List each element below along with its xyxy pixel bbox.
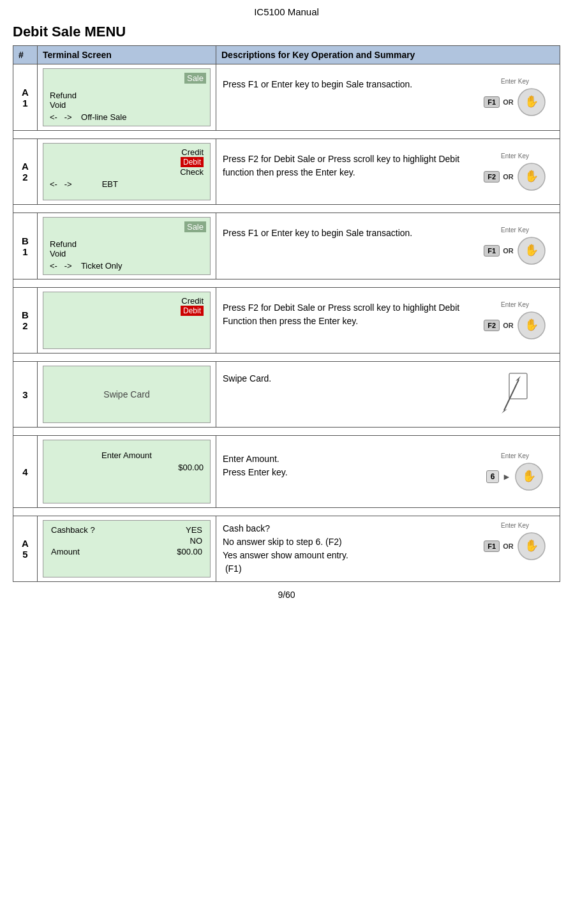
desc-text-a1: Press F1 or Enter key to begin Sale tran… xyxy=(223,78,477,91)
key-icon-a2: Enter Key F2 OR ✋ xyxy=(477,153,553,191)
desc-b2: Press F2 for Debit Sale or Press scroll … xyxy=(216,288,560,354)
enter-amount-value: $00.00 xyxy=(50,463,204,472)
desc-3: Swipe Card. xyxy=(216,362,560,428)
screen-line-refund-b1: Refund xyxy=(50,239,204,249)
sale-highlight-b1: Sale xyxy=(184,221,206,232)
main-table: # Terminal Screen Descriptions for Key O… xyxy=(13,45,560,582)
amount-label-a5: Amount xyxy=(50,546,145,557)
screen-line-refund-a1: Refund xyxy=(50,91,204,100)
table-row: A5 Cashback ? YES NO xyxy=(13,516,560,582)
svg-text:✋: ✋ xyxy=(525,243,539,257)
desc-text-b1: Press F1 or Enter key to begin Sale tran… xyxy=(223,227,477,240)
screen-b2: Credit Debit xyxy=(38,288,216,354)
screen-line-nav-b1: <- -> Ticket Only xyxy=(50,261,204,271)
col-header-num: # xyxy=(13,46,38,64)
table-row: A2 Credit Debit Check <- -> EBT Press F2… xyxy=(13,139,560,205)
credit-line-b2: Credit xyxy=(50,296,204,306)
swipe-icon-svg xyxy=(498,372,533,417)
table-row: 3 Swipe Card Swipe Card. xyxy=(13,362,560,428)
table-row: A1 Sale Refund Void <- -> Off-line Sale … xyxy=(13,64,560,131)
num6-key: 6 xyxy=(486,470,499,483)
or-label-a5: OR xyxy=(503,542,514,550)
key-icon-b1: Enter Key F1 OR ✋ xyxy=(477,227,553,265)
spacer-row xyxy=(13,279,560,288)
table-row: B1 Sale Refund Void <- -> Ticket Only Pr… xyxy=(13,213,560,279)
desc-text-4: Enter Amount.Press Enter key. xyxy=(223,452,477,479)
enter-hand-svg-4: ✋ xyxy=(514,462,544,491)
enter-hand-svg-a5: ✋ xyxy=(517,532,546,561)
amount-value-a5: $00.00 xyxy=(145,546,204,557)
f2-key-b2: F2 xyxy=(484,320,500,331)
debit-highlight-a2: Debit xyxy=(181,157,204,167)
screen-line-void-b1: Void xyxy=(50,249,204,258)
debit-highlight-b2: Debit xyxy=(181,306,204,316)
key-icon-b2: Enter Key F2 OR ✋ xyxy=(477,301,553,340)
table-row: B2 Credit Debit Press F2 for Debit Sale … xyxy=(13,288,560,354)
swipe-card-label: Swipe Card xyxy=(103,388,149,401)
desc-text-a5: Cash back?No answer skip to step 6. (F2)… xyxy=(223,522,477,576)
enter-hand-svg-a1: ✋ xyxy=(517,87,546,117)
key-icon-4: Enter Key 6 ► ✋ xyxy=(477,452,553,491)
or-label-b2: OR xyxy=(503,322,514,329)
spacer-row xyxy=(13,428,560,436)
screen-b1: Sale Refund Void <- -> Ticket Only xyxy=(38,213,216,279)
f1-key-b1: F1 xyxy=(484,245,500,257)
col-header-desc: Descriptions for Key Operation and Summa… xyxy=(216,46,560,64)
desc-a1: Press F1 or Enter key to begin Sale tran… xyxy=(216,64,560,131)
svg-text:✋: ✋ xyxy=(522,469,537,483)
screen-check-a2: Check xyxy=(50,167,204,177)
screen-3: Swipe Card xyxy=(38,362,216,428)
svg-line-9 xyxy=(504,384,517,410)
svg-text:✋: ✋ xyxy=(525,94,539,108)
screen-line-void-a1: Void xyxy=(50,100,204,110)
table-header-row: # Terminal Screen Descriptions for Key O… xyxy=(13,46,560,64)
or-label-a2: OR xyxy=(503,173,514,181)
spacer-row xyxy=(13,131,560,139)
page-title: IC5100 Manual xyxy=(13,6,560,17)
f1-key-a1: F1 xyxy=(484,96,500,108)
screen-line-nav-a1: <- -> Off-line Sale xyxy=(50,112,204,122)
enter-hand-svg-b1: ✋ xyxy=(517,236,546,265)
row-id-a5: A5 xyxy=(13,516,38,582)
enter-hand-svg-a2: ✋ xyxy=(517,162,546,191)
or-label-a1: OR xyxy=(503,98,514,106)
key-icon-a5: Enter Key F1 OR ✋ xyxy=(477,522,553,561)
row-id-b1: B1 xyxy=(13,213,38,279)
desc-text-3: Swipe Card. xyxy=(223,372,477,385)
spacer-row xyxy=(13,354,560,362)
col-header-screen: Terminal Screen xyxy=(38,46,216,64)
row-id-3: 3 xyxy=(13,362,38,428)
spacer-row xyxy=(13,205,560,213)
desc-a2: Press F2 for Debit Sale or Press scroll … xyxy=(216,139,560,205)
credit-line-a2: Credit xyxy=(50,147,204,157)
desc-text-b2: Press F2 for Debit Sale or Press scroll … xyxy=(223,301,477,328)
desc-4: Enter Amount.Press Enter key. Enter Key … xyxy=(216,436,560,508)
page-footer: 9/60 xyxy=(13,590,560,600)
svg-text:✋: ✋ xyxy=(525,539,539,553)
svg-text:✋: ✋ xyxy=(525,318,539,332)
or-label-b1: OR xyxy=(503,247,514,255)
desc-a5: Cash back?No answer skip to step 6. (F2)… xyxy=(216,516,560,582)
desc-b1: Press F1 or Enter key to begin Sale tran… xyxy=(216,213,560,279)
key-icon-a1: Enter Key F1 OR ✋ xyxy=(477,78,553,117)
f2-key-a2: F2 xyxy=(484,171,500,183)
svg-text:✋: ✋ xyxy=(525,169,539,183)
screen-a2: Credit Debit Check <- -> EBT xyxy=(38,139,216,205)
row-id-4: 4 xyxy=(13,436,38,508)
table-row: 4 Enter Amount $00.00 Enter Amount.Press… xyxy=(13,436,560,508)
screen-a5: Cashback ? YES NO Amount $00.00 xyxy=(38,516,216,582)
screen-nav-a2: <- -> EBT xyxy=(50,179,204,189)
cashback-yes: YES xyxy=(145,525,204,535)
row-id-a2: A2 xyxy=(13,139,38,205)
screen-4: Enter Amount $00.00 xyxy=(38,436,216,508)
f1-key-a5: F1 xyxy=(484,540,500,552)
spacer-row xyxy=(13,508,560,516)
key-icon-3 xyxy=(477,372,553,417)
cashback-no: NO xyxy=(145,535,204,546)
enter-amount-label: Enter Amount xyxy=(50,444,204,460)
row-id-a1: A1 xyxy=(13,64,38,131)
desc-text-a2: Press F2 for Debit Sale or Press scroll … xyxy=(223,153,477,179)
sale-highlight-a1: Sale xyxy=(184,73,206,84)
cashback-label: Cashback ? xyxy=(50,525,145,535)
enter-hand-svg-b2: ✋ xyxy=(517,311,546,340)
